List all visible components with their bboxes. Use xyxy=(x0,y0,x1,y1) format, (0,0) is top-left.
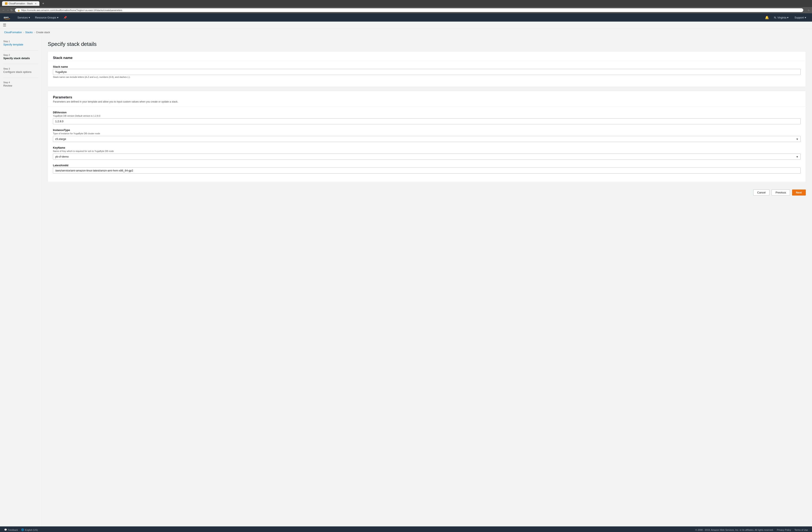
region-label: N. Virginia xyxy=(774,16,786,19)
browser-chrome: CloudFormation - Stack ✕ + xyxy=(0,0,812,7)
region-selector[interactable]: N. Virginia ▾ xyxy=(771,13,791,21)
keyname-label: KeyName xyxy=(53,146,801,149)
keyname-form-group: KeyName Name of Key which is required fo… xyxy=(53,146,801,160)
forward-button[interactable]: → xyxy=(6,9,9,12)
pin-icon: 📌 xyxy=(63,16,67,19)
step-2-number: Step 2 xyxy=(3,54,38,56)
step-4-item: Step 4 Review xyxy=(3,81,38,87)
resource-groups-chevron-icon: ▾ xyxy=(57,16,59,19)
main-layout: Step 1 Specify template Step 2 Specify s… xyxy=(0,36,812,527)
previous-button[interactable]: Previous xyxy=(771,189,790,196)
svg-text:aws: aws xyxy=(3,16,9,19)
dbversion-label: DBVersion xyxy=(53,111,801,114)
instancetype-form-group: InstanceType Type of instance for YugaBy… xyxy=(53,129,801,142)
dbversion-hint: YugaByte DB version Default version is 1… xyxy=(53,115,801,117)
stack-name-label: Stack name xyxy=(53,65,801,68)
refresh-button[interactable]: ↻ xyxy=(10,9,13,12)
privacy-policy-link[interactable]: Privacy Policy xyxy=(777,529,791,531)
globe-icon: 🌐 xyxy=(21,529,24,531)
step-3-title: Configure stack options xyxy=(3,70,38,73)
keyname-hint: Name of Key which is required for ssh to… xyxy=(53,150,801,152)
browser-tab[interactable]: CloudFormation - Stack ✕ xyxy=(2,1,40,6)
stack-name-helper: Stack name can include letters (A-Z and … xyxy=(53,76,801,78)
instancetype-select-wrapper: c5.xlarge c5.2xlarge c5.4xlarge t3.mediu… xyxy=(53,136,801,142)
step-1-title[interactable]: Specify template xyxy=(3,43,38,46)
keyname-select-wrapper: yb-cf-demo ▼ xyxy=(53,154,801,160)
tab-favicon xyxy=(5,2,8,5)
parameters-section-desc: Parameters are defined in your template … xyxy=(53,100,801,103)
sidebar-divider-2 xyxy=(3,64,38,64)
nav-right: 🔔 N. Virginia ▾ Support ▾ xyxy=(763,13,809,21)
new-tab-button[interactable]: + xyxy=(41,2,45,5)
back-button[interactable]: ← xyxy=(2,9,5,12)
aws-logo: aws xyxy=(3,15,11,20)
step-2-title: Specify stack details xyxy=(3,57,38,60)
sidebar: Step 1 Specify template Step 2 Specify s… xyxy=(0,36,42,527)
services-nav-item[interactable]: Services ▾ xyxy=(15,13,32,21)
cancel-button[interactable]: Cancel xyxy=(753,189,769,196)
pin-nav-item[interactable]: 📌 xyxy=(61,13,69,21)
content-area: Specify stack details Stack name Stack n… xyxy=(42,36,812,527)
support-label: Support xyxy=(794,16,804,19)
stack-name-input[interactable] xyxy=(53,69,801,75)
support-chevron-icon: ▾ xyxy=(805,16,806,19)
breadcrumb: CloudFormation › Stacks › Create stack xyxy=(0,29,812,36)
keyname-select[interactable]: yb-cf-demo xyxy=(53,154,801,160)
resource-groups-nav-item[interactable]: Resource Groups ▾ xyxy=(32,13,61,21)
feedback-icon: 💬 xyxy=(4,529,7,531)
lock-icon: 🔒 xyxy=(17,9,20,11)
parameters-card: Parameters Parameters are defined in you… xyxy=(48,91,806,182)
next-button[interactable]: Next xyxy=(792,189,806,196)
breadcrumb-current: Create stack xyxy=(36,31,50,34)
aws-navbar: aws Services ▾ Resource Groups ▾ 📌 🔔 N. … xyxy=(0,13,812,21)
nav-buttons: ← → ↻ xyxy=(2,9,13,12)
breadcrumb-stacks[interactable]: Stacks xyxy=(25,31,32,34)
services-label: Services xyxy=(17,16,28,19)
stack-name-divider xyxy=(48,61,806,61)
step-4-number: Step 4 xyxy=(3,81,38,84)
bookmark-icon[interactable]: ☆ xyxy=(808,9,810,12)
instancetype-hint: Type of instance for YugaByte DB cluster… xyxy=(53,132,801,135)
stack-name-section-title: Stack name xyxy=(53,56,801,60)
footer-right: © 2008 - 2019, Amazon Web Services, Inc.… xyxy=(695,529,808,531)
instancetype-label: InstanceType xyxy=(53,129,801,132)
parameters-divider xyxy=(48,106,806,107)
terms-of-use-link[interactable]: Terms of Use xyxy=(794,529,808,531)
step-4-title: Review xyxy=(3,84,38,87)
sidebar-toggle-bar[interactable]: ☰ xyxy=(0,21,812,29)
region-chevron-icon: ▾ xyxy=(787,16,788,19)
breadcrumb-sep-2: › xyxy=(34,31,35,34)
step-3-item: Step 3 Configure stack options xyxy=(3,68,38,73)
services-chevron-icon: ▾ xyxy=(29,16,30,19)
stack-name-form-group: Stack name Stack name can include letter… xyxy=(53,65,801,78)
latestamild-form-group: LatestAmiId xyxy=(53,164,801,174)
bell-icon[interactable]: 🔔 xyxy=(763,16,771,19)
address-actions: ☆ xyxy=(808,9,810,12)
footer: 💬 Feedback 🌐 English (US) © 2008 - 2019,… xyxy=(0,527,812,532)
breadcrumb-sep-1: › xyxy=(23,31,24,34)
latestamild-label: LatestAmiId xyxy=(53,164,801,167)
address-bar: ← → ↻ 🔒 https://console.aws.amazon.com/c… xyxy=(0,7,812,13)
tab-close-button[interactable]: ✕ xyxy=(35,2,37,5)
support-nav-item[interactable]: Support ▾ xyxy=(792,13,809,21)
step-2-item: Step 2 Specify stack details xyxy=(3,54,38,60)
step-1-number: Step 1 xyxy=(3,40,38,43)
breadcrumb-cloudformation[interactable]: CloudFormation xyxy=(4,31,22,34)
sidebar-divider-1 xyxy=(3,50,38,51)
feedback-link[interactable]: 💬 Feedback xyxy=(4,529,18,531)
instancetype-select[interactable]: c5.xlarge c5.2xlarge c5.4xlarge t3.mediu… xyxy=(53,136,801,142)
latestamild-input[interactable] xyxy=(53,168,801,174)
page-title: Specify stack details xyxy=(48,41,806,47)
language-link[interactable]: 🌐 English (US) xyxy=(21,529,38,531)
sidebar-divider-3 xyxy=(3,77,38,78)
url-text: https://console.aws.amazon.com/cloudform… xyxy=(21,9,122,11)
parameters-section-title: Parameters xyxy=(53,95,801,99)
step-1-item: Step 1 Specify template xyxy=(3,40,38,46)
url-bar[interactable]: 🔒 https://console.aws.amazon.com/cloudfo… xyxy=(15,8,803,12)
dbversion-form-group: DBVersion YugaByte DB version Default ve… xyxy=(53,111,801,124)
action-bar: Cancel Previous Next xyxy=(48,186,806,199)
tab-title: CloudFormation - Stack xyxy=(9,2,33,5)
copyright-text: © 2008 - 2019, Amazon Web Services, Inc.… xyxy=(695,529,773,531)
stack-name-card: Stack name Stack name Stack name can inc… xyxy=(48,52,806,87)
dbversion-input[interactable] xyxy=(53,118,801,124)
